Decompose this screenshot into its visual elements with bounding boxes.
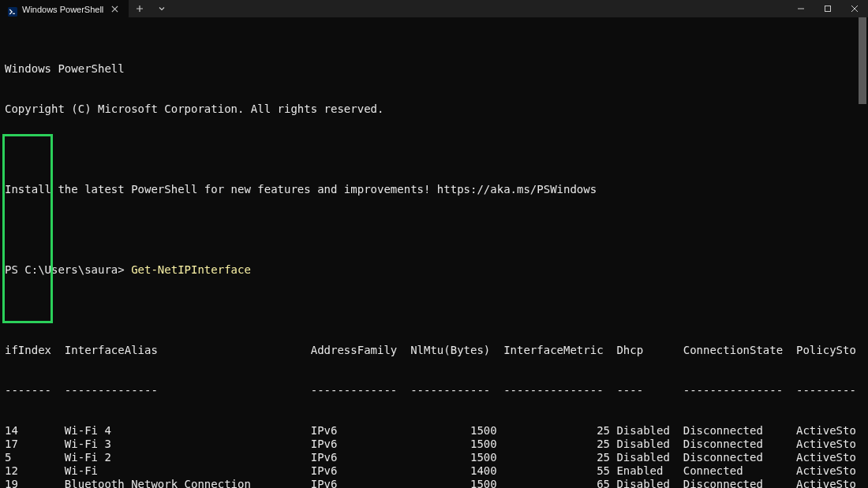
new-tab-button[interactable] [129,0,151,17]
banner-line: Windows PowerShell [5,62,868,76]
table-row: 14 Wi-Fi 4 IPv6 1500 25 Disabled Disconn… [5,424,868,438]
tabstrip-actions [129,0,173,17]
terminal-pane[interactable]: Windows PowerShell Copyright (C) Microso… [0,17,868,488]
banner-line: Install the latest PowerShell for new fe… [5,183,868,196]
table-row: 5 Wi-Fi 2 IPv6 1500 25 Disabled Disconne… [5,451,868,464]
blank-line [5,304,868,317]
table-row: 17 Wi-Fi 3 IPv6 1500 25 Disabled Disconn… [5,438,868,451]
powershell-icon [8,5,17,14]
titlebar-drag-area[interactable] [173,0,788,17]
command-text: Get-NetIPInterface [131,263,251,276]
plus-icon [136,5,144,13]
prompt-prefix: PS C:\Users\saura> [5,263,131,276]
vertical-scrollbar[interactable] [857,17,868,488]
window-controls [788,0,868,17]
chevron-down-icon [158,5,166,13]
prompt-line: PS C:\Users\saura> Get-NetIPInterface [5,263,868,277]
title-bar: Windows PowerShell [0,0,868,17]
maximize-button[interactable] [814,0,841,17]
tab-dropdown-button[interactable] [151,0,173,17]
banner-line: Copyright (C) Microsoft Corporation. All… [5,102,868,116]
minimize-button[interactable] [788,0,814,17]
maximize-icon [824,5,832,13]
tab-title: Windows PowerShell [22,5,103,14]
table-row: 12 Wi-Fi IPv6 1400 55 Enabled Connected … [5,464,868,478]
minimize-icon [797,5,805,13]
close-icon [111,6,118,13]
scrollbar-thumb[interactable] [859,17,866,104]
close-window-button[interactable] [841,0,868,17]
svg-rect-1 [825,6,831,12]
table-separator-row: ------- -------------- ------------- ---… [5,384,868,397]
blank-line [5,143,868,156]
blank-line [5,223,868,237]
close-icon [851,5,859,13]
tab-powershell[interactable]: Windows PowerShell [0,0,129,17]
tab-close-button[interactable] [108,3,121,16]
table-row: 19 Bluetooth Network Connection IPv6 150… [5,478,868,488]
table-header-row: ifIndex InterfaceAlias AddressFamily NlM… [5,344,868,357]
